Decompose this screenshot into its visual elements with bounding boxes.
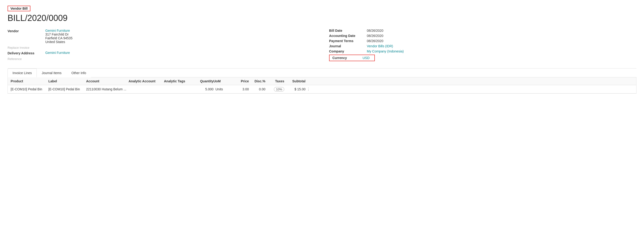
replace-invoice-label: Replace Invoice bbox=[8, 45, 45, 49]
cell-label: [E-COM10] Pedal Bin bbox=[48, 87, 86, 91]
col-header-product: Product bbox=[10, 79, 48, 83]
bill-date-label: Bill Date bbox=[329, 29, 367, 32]
payment-terms-label: Payment Terms bbox=[329, 39, 367, 43]
cell-price: 3.00 bbox=[230, 87, 249, 91]
taxes-badge: 10% bbox=[274, 87, 284, 92]
accounting-date-row: Accounting Date 08/26/2020 bbox=[329, 34, 636, 38]
company-label: Company bbox=[329, 49, 367, 53]
form-section: Vendor Gemini Furniture 317 Fairchild Dr… bbox=[8, 29, 636, 63]
currency-row: Currency USD bbox=[329, 55, 636, 61]
currency-label: Currency bbox=[330, 56, 360, 60]
col-header-disc: Disc.% bbox=[249, 79, 266, 83]
bill-date-value: 08/26/2020 bbox=[367, 29, 383, 32]
col-header-subtotal: Subtotal bbox=[284, 79, 306, 83]
page: Vendor Bill BILL/2020/0009 Vendor Gemini… bbox=[0, 0, 644, 232]
accounting-date-label: Accounting Date bbox=[329, 34, 367, 38]
company-row: Company My Company (Indonesia) bbox=[329, 49, 636, 53]
currency-box: Currency USD bbox=[329, 55, 375, 61]
replace-invoice-row: Replace Invoice bbox=[8, 45, 315, 49]
col-header-quantity: Quantity bbox=[194, 79, 214, 83]
tab-other-info[interactable]: Other Info bbox=[66, 68, 91, 77]
journal-label: Journal bbox=[329, 44, 367, 48]
currency-value[interactable]: USD bbox=[360, 56, 374, 60]
col-header-uom: UoM bbox=[214, 79, 230, 83]
vendor-name[interactable]: Gemini Furniture bbox=[45, 29, 72, 32]
accounting-date-value: 08/26/2020 bbox=[367, 34, 383, 38]
vendor-address-line2: Fairfield CA 94535 bbox=[45, 36, 72, 40]
tab-invoice-lines[interactable]: Invoice Lines bbox=[8, 68, 37, 77]
col-header-price: Price bbox=[230, 79, 249, 83]
col-header-analytic-tags: Analytic Tags bbox=[164, 79, 194, 83]
cell-taxes: 10% bbox=[266, 87, 284, 91]
vendor-address-line1: 317 Fairchild Dr bbox=[45, 32, 72, 36]
bill-date-row: Bill Date 08/26/2020 bbox=[329, 29, 636, 32]
vendor-field-row: Vendor Gemini Furniture 317 Fairchild Dr… bbox=[8, 29, 315, 44]
table-header: Product Label Account Analytic Account A… bbox=[8, 77, 636, 85]
tabs-section: Invoice Lines Journal Items Other Info P… bbox=[8, 68, 636, 94]
invoice-lines-table: Product Label Account Analytic Account A… bbox=[8, 77, 636, 94]
delivery-address-value[interactable]: Gemini Furniture bbox=[45, 51, 70, 55]
reference-row: Reference bbox=[8, 56, 315, 61]
vendor-address-line3: United States bbox=[45, 40, 72, 44]
cell-quantity: 5.000 bbox=[194, 87, 214, 91]
company-value[interactable]: My Company (Indonesia) bbox=[367, 49, 404, 53]
page-title: BILL/2020/0009 bbox=[8, 13, 636, 23]
col-header-taxes: Taxes bbox=[266, 79, 284, 83]
payment-terms-value: 08/26/2020 bbox=[367, 39, 383, 43]
journal-value[interactable]: Vendor Bills (IDR) bbox=[367, 44, 393, 48]
cell-uom: Units bbox=[214, 87, 230, 91]
col-header-label: Label bbox=[48, 79, 86, 83]
cell-account: 22110030 Hutang Belum ... bbox=[86, 87, 128, 91]
tab-journal-items[interactable]: Journal Items bbox=[37, 68, 66, 77]
vendor-address: Gemini Furniture 317 Fairchild Dr Fairfi… bbox=[45, 29, 72, 44]
cell-subtotal: $ 15.00 bbox=[284, 87, 306, 91]
col-header-analytic-account: Analytic Account bbox=[128, 79, 164, 83]
cell-disc: 0.00 bbox=[249, 87, 266, 91]
breadcrumb-label[interactable]: Vendor Bill bbox=[8, 6, 30, 11]
delivery-address-label: Delivery Address bbox=[8, 51, 45, 55]
table-row[interactable]: [E-COM10] Pedal Bin [E-COM10] Pedal Bin … bbox=[8, 85, 636, 93]
breadcrumb: Vendor Bill bbox=[8, 6, 636, 11]
vendor-label: Vendor bbox=[8, 29, 45, 33]
reference-label: Reference bbox=[8, 56, 45, 61]
journal-row: Journal Vendor Bills (IDR) bbox=[329, 44, 636, 48]
col-header-account: Account bbox=[86, 79, 128, 83]
delivery-address-row: Delivery Address Gemini Furniture bbox=[8, 51, 315, 55]
cell-actions-icon: ⋮ bbox=[306, 87, 310, 91]
form-right: Bill Date 08/26/2020 Accounting Date 08/… bbox=[329, 29, 636, 63]
payment-terms-row: Payment Terms 08/26/2020 bbox=[329, 39, 636, 43]
cell-product: [E-COM10] Pedal Bin bbox=[10, 87, 48, 91]
form-left: Vendor Gemini Furniture 317 Fairchild Dr… bbox=[8, 29, 315, 63]
tabs-bar: Invoice Lines Journal Items Other Info bbox=[8, 68, 636, 77]
